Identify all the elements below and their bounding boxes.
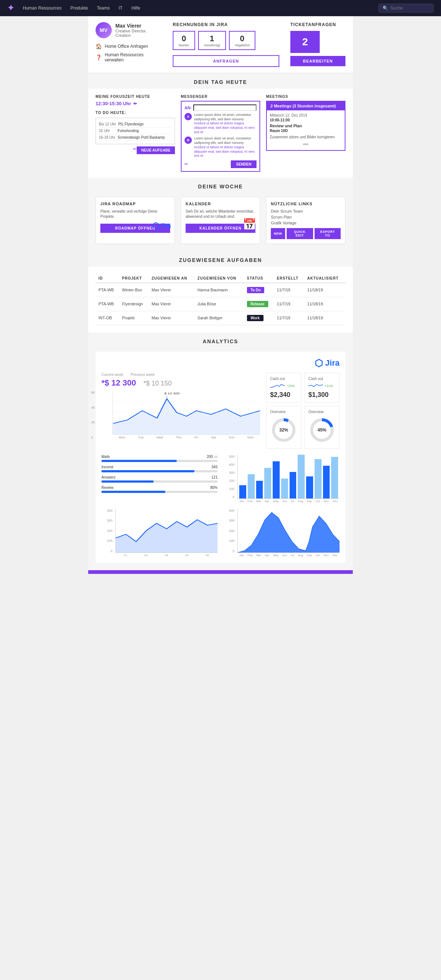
todo-desc-1: Fotoshooting [117, 129, 139, 133]
edit-todo-icon[interactable]: ✏ [133, 146, 137, 154]
messenger-panel: MESSENGER AN: A Lorem ipsum dolor sit am… [181, 95, 260, 172]
cell-id: PTA-WB [95, 297, 119, 311]
nutzliche-link-0[interactable]: Dein Scrum Team [271, 209, 341, 213]
analytics-jira-text: Jira [325, 358, 339, 368]
bar-col [239, 485, 246, 498]
msg-avatar-b: B [184, 137, 192, 144]
cell-id: PTA-WB [95, 283, 119, 297]
cell-projekt: Projekt [119, 311, 149, 325]
ticket-count: 2 [290, 31, 320, 53]
meeting-dots: ••• [270, 141, 342, 147]
svg-text:45%: 45% [317, 428, 326, 433]
svg-marker-12 [116, 520, 217, 552]
messenger-to-input[interactable] [193, 105, 257, 111]
col-zugewiesen-an: ZUGEWIESEN AN [149, 274, 194, 283]
bar-col [314, 459, 322, 498]
search-input[interactable] [390, 6, 430, 11]
counter-warten: 0 Warten [173, 31, 195, 50]
anfragen-button[interactable]: ANFRAGEN [173, 55, 279, 67]
cell-assigned-to: Max Vierer [149, 297, 194, 311]
todo-time-1: 15 Uhr [99, 129, 116, 133]
bar-chart [237, 455, 339, 499]
stat-mails: Mails200 20 [102, 455, 217, 462]
chart-top-row: Current week Previous week *$ 12 300 *$ … [102, 373, 339, 449]
status-badge: Release [247, 301, 268, 307]
stat-income: Income345 [102, 465, 217, 473]
cash-out-card-1: Cash out +23% $2,340 [266, 373, 301, 403]
analytics-header: ANALYTICS [88, 332, 353, 348]
table-row: PTA-WB Flyerdesign Max Vierer Julia Böse… [95, 297, 346, 311]
fokus-time: 12:30-15:30 Uhr ✏ [95, 101, 175, 106]
chart-x-labels: MonTueWedThuFriSatSunMon [113, 436, 260, 439]
export-to-button[interactable]: EXPORT TO [314, 228, 341, 239]
meetings-box: 2 Meetings (3 Stunden insgesamt) Mittwoc… [266, 101, 346, 151]
cell-assigned-to: Max Vierer [149, 311, 194, 325]
fokus-label: MEINE FOKUSZEIT HEUTE [95, 95, 175, 99]
donut-2: 45% [308, 415, 336, 445]
chart-y-labels: 6K4K2K0 [91, 391, 95, 439]
user-role: Creative Director, Creation [116, 29, 162, 38]
new-button[interactable]: NEW [271, 228, 285, 239]
cell-assigned-from: Sarah Bettger [194, 311, 244, 325]
edit-fokus-icon[interactable]: ✏ [133, 101, 137, 106]
chart-right: Cash out +23% $2,340 Cash out [266, 373, 339, 449]
bar-col [323, 466, 330, 498]
cell-aktualisiert: 11/18/19 [304, 283, 346, 297]
current-week-val: *$ 12 300 [102, 378, 136, 388]
abgelehnt-val: 0 [235, 34, 250, 43]
col-aktualisiert: AKTUALISIERT [304, 274, 346, 283]
search-icon: 🔍 [382, 6, 388, 11]
todo-time-0: Bis 12 Uhr [99, 122, 116, 126]
bar-col [264, 468, 271, 498]
messenger-label: MESSENGER [181, 95, 260, 99]
search-box[interactable]: 🔍 [379, 4, 434, 13]
status-badge: Work [247, 315, 263, 321]
meeting-desc: Zusammen sitzen und Bilder korrigieren [270, 135, 342, 139]
edit-msg-icon[interactable]: ✏ [184, 161, 188, 167]
home-office-link[interactable]: 🏠 Home Office Anfragen [95, 43, 162, 49]
col-id: ID [95, 274, 119, 283]
senden-button[interactable]: SENDEN [231, 161, 257, 168]
cell-assigned-to: Max Vierer [149, 283, 194, 297]
stat-answers-label: Answers121 [102, 475, 217, 479]
cell-assigned-from: Julia Böse [194, 297, 244, 311]
bar-col [306, 476, 313, 498]
todo-label: TO DO HEUTE: [95, 111, 175, 115]
logo[interactable]: ✦ [7, 3, 14, 13]
bar-col [273, 461, 280, 498]
nav-human-ressources[interactable]: Human Ressources [23, 6, 61, 11]
aufgaben-header: ZUGEWIESENE AUFGABEN [88, 251, 353, 267]
hr-link[interactable]: ❓ Human Ressources verwalten [95, 52, 162, 62]
hr-label: Human Ressources verwalten [105, 52, 162, 62]
woche-card-links: NÜTZLICHE LINKS Dein Scrum Team Scrum Pl… [266, 197, 346, 244]
bar-col [298, 455, 305, 498]
nutzliche-link-2[interactable]: Grafik Vorlage [271, 221, 341, 225]
svg-marker-13 [238, 512, 339, 552]
navbar: ✦ Human Ressources Produkte Teams IT Hil… [0, 0, 441, 16]
overview-1-title: Overview [270, 410, 297, 414]
col-zugewiesen-von: ZUGEWIESEN VON [194, 274, 244, 283]
warten-val: 0 [179, 34, 189, 43]
cell-erstellt: 11/7/19 [274, 283, 304, 297]
woche-card-kalender: KALENDER Sieh Dir an, welche Mitarbeiter… [181, 197, 260, 244]
prev-week-label: Previous week [130, 373, 154, 377]
current-week-label: Current week [102, 373, 123, 377]
nutzliche-link-1[interactable]: Scrum Plan [271, 215, 341, 219]
bearbeiten-button[interactable]: BEARBEITEN [290, 56, 346, 66]
nav-teams[interactable]: Teams [97, 6, 109, 11]
nav-it[interactable]: IT [119, 6, 123, 11]
quick-edit-button[interactable]: QUICK EDIT [287, 228, 313, 239]
analytics-jira-logo: ⬡ Jira [102, 358, 339, 369]
cell-erstellt: 11/7/19 [274, 297, 304, 311]
neue-aufgabe-button[interactable]: NEUE AUFGABE [137, 146, 175, 154]
jira-icon: ⬡ [152, 221, 159, 231]
hr-icon: ❓ [95, 54, 102, 60]
nav-produkte[interactable]: Produkte [70, 6, 88, 11]
nutzliche-title: NÜTZLICHE LINKS [271, 202, 341, 206]
woche-header: DEINE WOCHE [88, 178, 353, 193]
nav-hilfe[interactable]: Hilfe [131, 6, 140, 11]
line-chart: $ 12 300 [113, 391, 260, 435]
stat-mails-label: Mails200 20 [102, 455, 217, 459]
msg-item-0: A Lorem ipsum dolor sit amet, consetetur… [184, 113, 257, 134]
cell-projekt: Flyerdesign [119, 297, 149, 311]
